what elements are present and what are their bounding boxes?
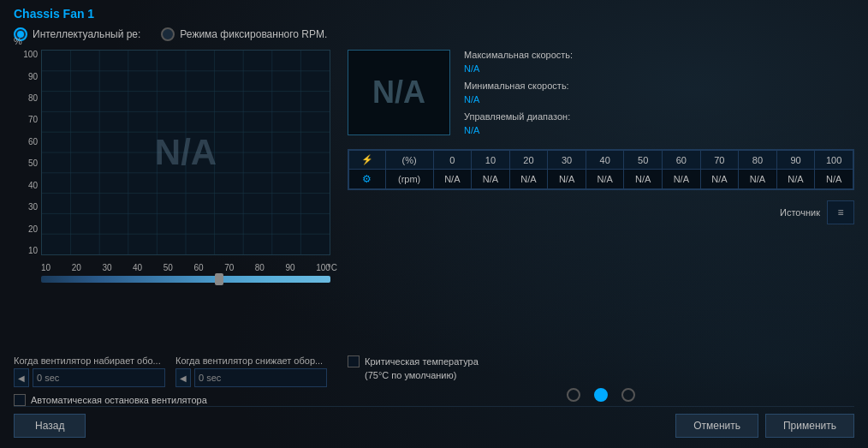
table-row-percent: ⚡ (%) 0 10 20 30 40 50 60 70 80 90 100 <box>349 151 853 170</box>
fan-preview-box: N/A <box>348 50 450 135</box>
source-icon: ≡ <box>837 206 843 218</box>
critical-checkbox-row: Критическая температура <box>348 355 479 367</box>
rpm-70: N/A <box>700 170 739 189</box>
fan-table-section: ⚡ (%) 0 10 20 30 40 50 60 70 80 90 100 <box>348 149 854 190</box>
col-50: 50 <box>624 151 663 170</box>
chart-area: % 10 20 30 40 50 60 70 80 90 100 <box>14 50 330 349</box>
right-panel: N/A Максимальная скорость: N/A Минимальн… <box>348 50 854 349</box>
rpm-50: N/A <box>624 170 663 189</box>
action-buttons: Отменить Применить <box>675 414 854 438</box>
col-20: 20 <box>509 151 548 170</box>
delay-item-2: Когда вентилятор снижает обор... ◀ <box>175 355 330 387</box>
dot-row <box>348 381 854 405</box>
radio-label-2: Режима фиксированного RPM. <box>180 28 327 40</box>
rpm-0: N/A <box>433 170 472 189</box>
auto-stop-label: Автоматическая остановка вентилятора <box>31 395 207 405</box>
col-60: 60 <box>663 151 701 170</box>
rpm-100: N/A <box>815 170 853 189</box>
bottom-section: Когда вентилятор набирает обо... ◀ Когда… <box>14 355 854 406</box>
footer: Назад Отменить Применить <box>14 406 854 441</box>
col-40: 40 <box>586 151 624 170</box>
delay-item-1: Когда вентилятор набирает обо... ◀ <box>14 355 169 387</box>
apply-button[interactable]: Применить <box>765 414 854 438</box>
delay2-decrease-button[interactable]: ◀ <box>175 368 191 387</box>
delay1-input[interactable] <box>33 368 165 387</box>
critical-info: Критическая температура (75°С по умолчан… <box>348 355 479 381</box>
delay-input-row-2: ◀ <box>175 368 330 387</box>
bottom-right: Критическая температура (75°С по умолчан… <box>348 355 854 406</box>
cancel-button[interactable]: Отменить <box>675 414 758 438</box>
y-labels: 10 20 30 40 50 60 70 80 90 100 <box>14 50 38 255</box>
dot-3[interactable] <box>621 388 635 402</box>
content-area: % 10 20 30 40 50 60 70 80 90 100 <box>14 50 854 349</box>
critical-checkbox[interactable] <box>348 355 360 367</box>
rpm-60: N/A <box>663 170 701 189</box>
min-speed-label: Минимальная скорость: <box>464 81 573 91</box>
radio-label-1: Интеллектуальный ре: <box>33 28 140 40</box>
y-axis-label: % <box>14 36 22 46</box>
delay1-decrease-button[interactable]: ◀ <box>14 368 29 387</box>
radio-fixed-rpm[interactable]: Режима фиксированного RPM. <box>161 27 327 41</box>
col-80: 80 <box>739 151 777 170</box>
delay-label-2: Когда вентилятор снижает обор... <box>175 355 330 366</box>
back-button[interactable]: Назад <box>14 414 86 438</box>
col-10: 10 <box>472 151 510 170</box>
col-30: 30 <box>548 151 586 170</box>
critical-sublabel: (75°С по умолчанию) <box>365 370 456 380</box>
col-90: 90 <box>776 151 815 170</box>
table-row-rpm: ⚙ (rpm) N/A N/A N/A N/A N/A N/A N/A N/A … <box>349 170 853 189</box>
x-labels: 10 20 30 40 50 60 70 80 90 100 <box>41 263 330 272</box>
source-label: Источник <box>780 207 820 218</box>
delay-label-1: Когда вентилятор набирает обо... <box>14 355 169 366</box>
fan-na-text: N/A <box>372 75 425 111</box>
delay2-input[interactable] <box>194 368 327 387</box>
fan-stats: Максимальная скорость: N/A Минимальная с… <box>464 50 573 139</box>
celsius-label: °C <box>328 263 337 272</box>
left-panel: % 10 20 30 40 50 60 70 80 90 100 <box>14 50 330 349</box>
rpm-10: N/A <box>472 170 510 189</box>
page-title: Chassis Fan 1 <box>14 7 854 21</box>
col-0: 0 <box>433 151 472 170</box>
min-speed-value: N/A <box>464 94 573 105</box>
chart-container: % 10 20 30 40 50 60 70 80 90 100 <box>14 50 330 272</box>
radio-row: Интеллектуальный ре: Режима фиксированно… <box>14 27 854 41</box>
source-button[interactable]: ≡ <box>827 200 854 224</box>
lightning-icon: ⚡ <box>349 151 386 170</box>
range-value: N/A <box>464 125 573 135</box>
dot-1[interactable] <box>567 388 580 402</box>
radio-circle-2 <box>161 27 175 41</box>
rpm-90: N/A <box>776 170 815 189</box>
rpm-20: N/A <box>509 170 548 189</box>
max-speed-label: Максимальная скорость: <box>464 50 573 60</box>
percent-label: (%) <box>385 151 433 170</box>
temperature-slider[interactable] <box>41 276 330 283</box>
source-row: Источник ≡ <box>348 200 854 224</box>
max-speed-value: N/A <box>464 63 573 74</box>
slider-area <box>41 276 330 283</box>
delay-row: Когда вентилятор набирает обо... ◀ Когда… <box>14 355 330 387</box>
auto-stop-row: Автоматическая остановка вентилятора <box>14 394 330 406</box>
rpm-80: N/A <box>739 170 777 189</box>
fan-display: N/A Максимальная скорость: N/A Минимальн… <box>348 50 854 139</box>
critical-section: Критическая температура (75°С по умолчан… <box>348 355 854 381</box>
radio-intelligent[interactable]: Интеллектуальный ре: <box>14 27 140 41</box>
rpm-40: N/A <box>586 170 624 189</box>
auto-stop-checkbox[interactable] <box>14 394 26 406</box>
fan-data-table: ⚡ (%) 0 10 20 30 40 50 60 70 80 90 100 <box>348 150 853 189</box>
rpm-label: (rpm) <box>385 170 433 189</box>
delay-input-row-1: ◀ <box>14 368 169 387</box>
rpm-30: N/A <box>548 170 586 189</box>
col-70: 70 <box>700 151 739 170</box>
chart-na-text: N/A <box>41 50 330 255</box>
bottom-left: Когда вентилятор набирает обо... ◀ Когда… <box>14 355 330 406</box>
critical-label: Критическая температура <box>365 356 479 367</box>
range-label: Управляемый диапазон: <box>464 111 573 122</box>
col-100: 100 <box>815 151 853 170</box>
slider-thumb[interactable] <box>215 273 223 285</box>
fan-icon: ⚙ <box>349 170 386 189</box>
dot-2[interactable] <box>594 388 608 402</box>
